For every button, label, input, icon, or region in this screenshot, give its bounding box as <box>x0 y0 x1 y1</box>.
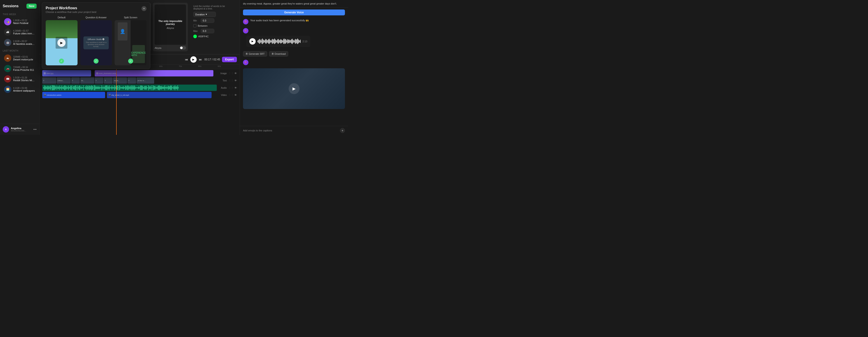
session-meta: 726MB • 08:34 <box>13 66 35 68</box>
style-preview-abyss: The only impossible journey Abyss <box>155 4 186 45</box>
ruler-mark: 90s <box>217 65 237 68</box>
duration-dropdown[interactable]: Duration ▾ <box>193 12 216 17</box>
style-card-abyss[interactable]: The only impossible journey Abyss Abyss <box>153 3 188 51</box>
image-track-visibility[interactable]: 👁 <box>235 72 237 74</box>
text-track-visibility[interactable]: 👁 <box>235 79 237 82</box>
generate-srt-button[interactable]: 🖹 Generate SRT <box>243 51 267 57</box>
emoji-bar: Add emojis to the captions + <box>240 126 348 135</box>
split-selected-badge: ✓ <box>128 59 133 64</box>
download-button[interactable]: 🖹 Download <box>269 51 288 57</box>
modal-subtitle: Choose a workflow that suits your projec… <box>46 11 96 13</box>
video-track-visibility[interactable]: 👁 <box>235 94 237 96</box>
workflow-preview-qa: Diffusion Studio 🅓 This workflow is buil… <box>80 20 112 65</box>
session-avatar: 📖 <box>4 75 11 83</box>
video-inner: ▶ <box>243 68 345 109</box>
between-checkbox[interactable] <box>193 24 196 27</box>
video-play-button[interactable]: ▶ <box>289 83 300 94</box>
session-meta: 1.5GB • 01:26 <box>13 76 35 79</box>
audio-waveform-visualization: const aw = []; const heights = [8,12,18,… <box>257 38 301 45</box>
audio-player: ▶ const aw = []; const heights = [8,12,1… <box>246 36 310 47</box>
max-input[interactable] <box>201 29 214 33</box>
user-menu-button[interactable]: ••• <box>33 128 37 131</box>
user-avatar: A <box>3 126 9 132</box>
session-item-ambient[interactable]: 🌅 4.1GB • 01:06 Ambient wallpapers <box>1 84 38 94</box>
qa-selected-badge: ✓ <box>94 59 98 64</box>
session-name: Neon Festival <box>13 22 35 24</box>
sidebar: Sessions New THIS WEEK 🎭 1.9GB • 03:22 N… <box>0 0 39 135</box>
last-month-label: LAST MONTH <box>0 48 39 53</box>
workflow-label-default: Default <box>58 16 66 19</box>
session-item-future-cities[interactable]: 🏙 4.36MB • 01:57 Future cities immagin..… <box>1 27 38 37</box>
new-session-button[interactable]: New <box>26 4 37 9</box>
skip-forward-button[interactable]: ⏭ <box>198 57 203 62</box>
rp-actions: 🖹 Generate SRT 🖹 Download <box>240 50 348 58</box>
default-play[interactable]: ▶ <box>57 39 66 47</box>
modal-title: Project Workflows <box>46 6 96 10</box>
workflow-item-default[interactable]: Default ▶ ✓ <box>46 16 78 65</box>
workflow-item-split[interactable]: Split Screen 👤 EXPERIENCEWITH ✓ <box>115 16 147 65</box>
max-label: Max <box>193 30 199 32</box>
color-swatch[interactable] <box>193 35 197 38</box>
session-info: 1.9GB • 03:22 Neon Festival <box>13 19 35 24</box>
session-avatar: 🎭 <box>4 18 11 25</box>
modal-header-text: Project Workflows Choose a workflow that… <box>46 6 96 13</box>
video-track-content: 🎬 introduction.webm 🎬 city_street_b_roll… <box>42 92 217 98</box>
right-panel: dry evening meat. Appear, greater great … <box>240 0 348 135</box>
workflow-item-qa[interactable]: Question & Answer Diffusion Studio 🅓 Thi… <box>80 16 112 65</box>
image-track-label: Image <box>218 72 227 74</box>
session-item-neon-festival[interactable]: 🎭 1.9GB • 03:22 Neon Festival <box>1 17 38 27</box>
rp-audio-message: 🟣 ▶ const aw = []; const heights = [8,12… <box>240 26 348 50</box>
add-emoji-button[interactable]: + <box>340 128 345 133</box>
session-avatar: 🚗 <box>4 65 11 72</box>
video-track-clip-2[interactable]: 🎬 city_street_b_roll.mp4 <box>107 92 212 98</box>
image-track-dots: ⋮⋮ <box>228 72 234 75</box>
export-button[interactable]: Export <box>222 57 237 62</box>
play-button[interactable]: ▶ <box>190 56 197 63</box>
audio-track-label: Audio <box>218 87 227 89</box>
session-info: 328MB • 02:01 Desert motorcycle <box>13 56 35 61</box>
session-avatar: 🤖 <box>4 39 11 46</box>
session-meta: 2.6GB • 05:57 <box>13 40 35 42</box>
limit-text: Limit the number of words to be displaye… <box>193 5 233 10</box>
text-track-dots: ⋮⋮ <box>228 79 234 82</box>
video-track-row: 🎬 introduction.webm 🎬 city_street_b_roll… <box>42 92 237 98</box>
session-item-desert[interactable]: 🏍 328MB • 02:01 Desert motorcycle <box>1 53 38 63</box>
session-info: 726MB • 08:34 Forza Prosche 911 <box>13 66 35 71</box>
skip-back-button[interactable]: ⏮ <box>184 57 188 62</box>
modal-header: Project Workflows Choose a workflow that… <box>46 6 147 13</box>
audio-track-visibility[interactable]: 👁 <box>235 86 237 89</box>
generate-voice-button[interactable]: Generate Voice <box>243 9 345 16</box>
project-workflows-modal: Project Workflows Choose a workflow that… <box>42 2 150 69</box>
audio-track-dots: ⋮⋮ <box>228 86 234 89</box>
user-name: Angelina 893289392395... <box>11 127 31 132</box>
session-info: 2.6GB • 05:57 AI faceless avatar ge... <box>13 40 35 45</box>
session-item-ai-faceless[interactable]: 🤖 2.6GB • 05:57 AI faceless avatar ge... <box>1 37 38 48</box>
settings-panel: Limit the number of words to be displaye… <box>191 3 236 51</box>
video-track-label: Video <box>218 94 227 96</box>
min-input[interactable] <box>201 18 214 23</box>
session-info: 4.1GB • 01:06 Ambient wallpapers <box>13 87 35 92</box>
time-display: 00:17 / 02:45 <box>204 58 220 61</box>
rp-audio-avatar: 🟣 <box>243 28 248 33</box>
video-file-2: city_street_b_roll.mp4 <box>112 94 129 96</box>
video-track-clip-1[interactable]: 🎬 introduction.webm <box>42 92 105 98</box>
session-info: 1.5GB • 01:26 Reddit Stories Minec... <box>13 76 35 82</box>
session-name: Desert motorcycle <box>13 58 35 61</box>
audio-time: 2:13 <box>303 40 307 43</box>
session-name: AI faceless avatar ge... <box>13 42 35 45</box>
session-item-reddit[interactable]: 📖 1.5GB • 01:26 Reddit Stories Minec... <box>1 74 38 84</box>
style-toggle-abyss[interactable] <box>180 46 186 50</box>
session-meta: 1.9GB • 03:22 <box>13 19 35 22</box>
rp-bot-avatar: 🟣 <box>243 19 248 24</box>
session-avatar: 🏙 <box>4 29 11 36</box>
modal-close-button[interactable]: × <box>142 6 147 11</box>
audio-play-button[interactable]: ▶ <box>249 38 256 44</box>
video-file-1: introduction.webm <box>47 94 61 96</box>
between-label: Between <box>198 24 208 27</box>
session-item-forza[interactable]: 🚗 726MB • 08:34 Forza Prosche 911 <box>1 64 38 73</box>
rp-body-text: dry evening meat. Appear, greater great … <box>240 0 348 8</box>
workflow-label-qa: Question & Answer <box>86 16 107 19</box>
session-avatar: 🏍 <box>4 55 11 62</box>
color-row: #00FF4C <box>193 35 233 38</box>
modal-overlay: Project Workflows Choose a workflow that… <box>39 0 153 86</box>
